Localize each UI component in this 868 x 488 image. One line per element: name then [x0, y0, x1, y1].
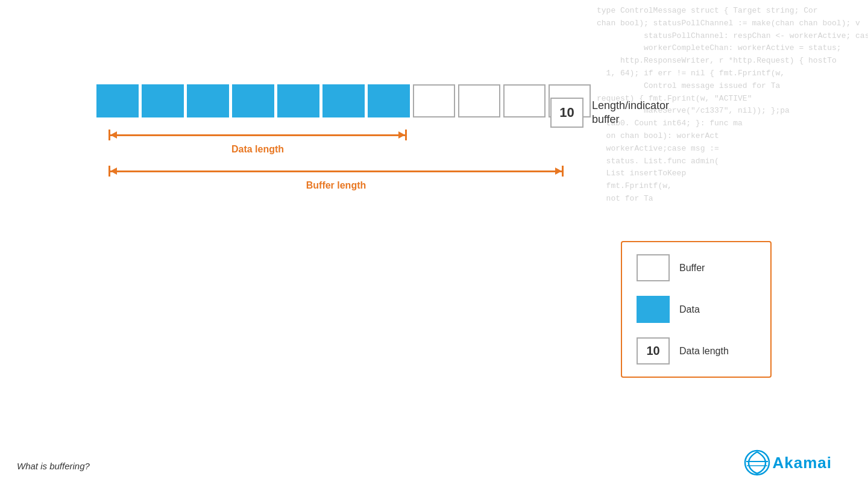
- buffer-diagram: Data length Buffer length: [96, 84, 579, 220]
- cell-8: [458, 84, 500, 117]
- akamai-logo-icon: [744, 449, 770, 476]
- data-length-bracket: Data length: [108, 130, 407, 155]
- legend-item-0: Buffer: [637, 254, 756, 281]
- cell-7: [413, 84, 455, 117]
- indicator-label: Length/indicator buffer: [592, 99, 669, 127]
- code-background: type ControlMessage struct { Target stri…: [591, 0, 868, 277]
- legend-item-1: Data: [637, 296, 756, 323]
- annotations: Data length Buffer length: [96, 124, 573, 220]
- cell-3: [232, 84, 274, 117]
- cell-4: [277, 84, 319, 117]
- legend-swatch-0: [637, 254, 670, 281]
- legend-box: BufferData10Data length: [621, 241, 772, 378]
- cell-6: [368, 84, 410, 117]
- legend-label-1: Data: [679, 304, 700, 315]
- data-length-label: Data length: [108, 144, 407, 155]
- legend-swatch-2: 10: [637, 337, 670, 364]
- cell-1: [142, 84, 184, 117]
- bottom-label: What is buffering?: [17, 461, 90, 471]
- legend-label-2: Data length: [679, 346, 729, 357]
- cell-2: [187, 84, 229, 117]
- akamai-logo-text: Akamai: [773, 454, 832, 472]
- buffer-length-label: Buffer length: [108, 180, 564, 191]
- legend-label-0: Buffer: [679, 263, 705, 274]
- buffer-length-bracket: Buffer length: [108, 166, 564, 191]
- indicator-number: 10: [550, 98, 583, 128]
- cell-9: [503, 84, 546, 117]
- cell-5: [322, 84, 365, 117]
- akamai-logo: Akamai: [744, 449, 832, 476]
- legend-swatch-1: [637, 296, 670, 323]
- indicator-box: 10 Length/indicator buffer: [550, 98, 669, 128]
- legend-item-2: 10Data length: [637, 337, 756, 364]
- cells-row: [96, 84, 579, 117]
- cell-0: [96, 84, 139, 117]
